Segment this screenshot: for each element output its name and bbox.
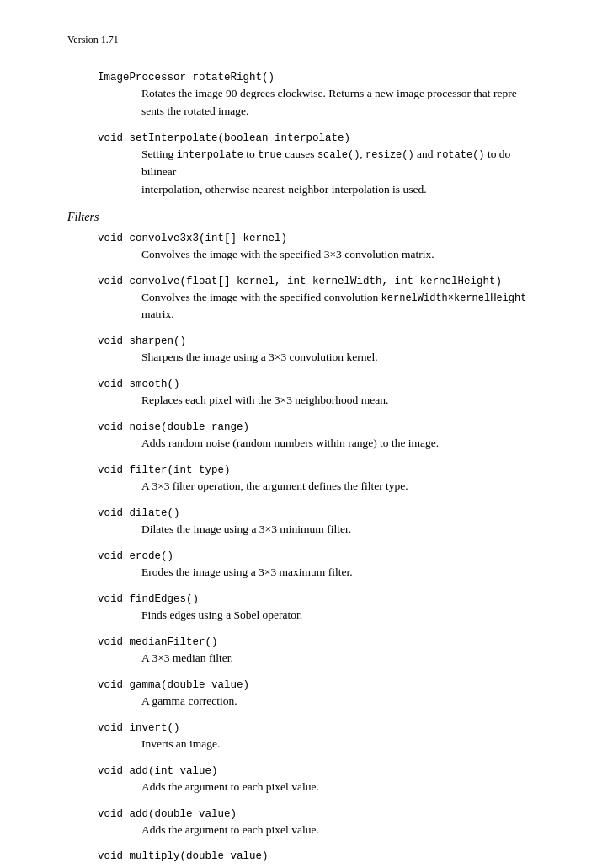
method-sharpen-name: sharpen() [130, 335, 187, 347]
method-multiply-name: multiply(double value) [130, 850, 269, 862]
filters-heading: Filters [67, 211, 546, 224]
method-invert-name: invert() [130, 722, 180, 734]
keyword-void-findEdges: void [98, 593, 123, 605]
method-add-int-name: add(int value) [130, 765, 218, 777]
keyword-void-convolve: void [98, 276, 123, 287]
method-setInterpolate-name: setInterpolate(boolean interpolate) [130, 132, 351, 144]
method-add-double-desc: Adds the argument to each pixel value. [141, 822, 546, 839]
method-add-double-sig: void add(double value) [98, 808, 546, 820]
method-gamma-desc: A gamma correction. [141, 693, 546, 710]
method-erode-desc: Erodes the image using a 3×3 maximum fil… [141, 564, 546, 581]
method-medianFilter-name: medianFilter() [130, 636, 218, 648]
keyword-void-invert: void [98, 722, 123, 734]
method-convolve: void convolve(float[] kernel, int kernel… [67, 276, 546, 324]
keyword-void-dilate: void [98, 507, 123, 519]
method-smooth-sig: void smooth() [98, 378, 546, 390]
method-medianFilter: void medianFilter() A 3×3 median filter. [67, 636, 546, 667]
method-medianFilter-sig: void medianFilter() [98, 636, 546, 648]
method-invert-sig: void invert() [98, 722, 546, 734]
keyword-void-sharpen: void [98, 335, 123, 347]
code-true: true [258, 149, 282, 161]
keyword-void-filter: void [98, 464, 123, 476]
keyword-void-noise: void [98, 421, 123, 433]
method-findEdges-desc: Finds edges using a Sobel operator. [141, 607, 546, 624]
method-add-int-sig: void add(int value) [98, 765, 546, 777]
method-dilate-name: dilate() [130, 507, 180, 519]
method-invert-desc: Inverts an image. [141, 736, 546, 753]
method-dilate-sig: void dilate() [98, 507, 546, 519]
code-resize: resize() [365, 149, 414, 161]
method-dilate-desc: Dilates the image using a 3×3 minimum fi… [141, 521, 546, 538]
method-filter-name: filter(int type) [130, 464, 231, 476]
code-interpolate: interpolate [177, 149, 243, 161]
method-smooth-name: smooth() [130, 378, 180, 390]
method-findEdges: void findEdges() Finds edges using a Sob… [67, 593, 546, 624]
method-smooth: void smooth() Replaces each pixel with t… [67, 378, 546, 410]
method-findEdges-sig: void findEdges() [98, 593, 546, 605]
keyword-void-erode: void [98, 550, 123, 562]
method-convolve-desc: Convolves the image with the specified c… [141, 289, 546, 324]
method-erode-sig: void erode() [98, 550, 546, 562]
method-noise-sig: void noise(double range) [98, 421, 546, 433]
method-add-int: void add(int value) Adds the argument to… [67, 765, 546, 796]
method-filter: void filter(int type) A 3×3 filter opera… [67, 464, 546, 496]
method-sharpen-sig: void sharpen() [98, 335, 546, 347]
method-dilate: void dilate() Dilates the image using a … [67, 507, 546, 538]
version-text: Version 1.71 [67, 34, 546, 46]
method-findEdges-name: findEdges() [130, 593, 200, 605]
method-convolve3x3-sig: void convolve3x3(int[] kernel) [98, 233, 546, 244]
method-invert: void invert() Inverts an image. [67, 722, 546, 753]
keyword-void-add-int: void [98, 765, 123, 777]
method-filter-desc: A 3×3 filter operation, the argument def… [141, 478, 546, 496]
method-noise: void noise(double range) Adds random noi… [67, 421, 546, 453]
keyword-void-add-double: void [98, 808, 123, 820]
method-erode-name: erode() [130, 550, 174, 562]
keyword-void-setInterpolate: void [98, 132, 123, 144]
code-kernelWidthHeight: kernelWidth×kernelHeight [381, 292, 527, 304]
method-noise-name: noise(double range) [130, 421, 250, 433]
method-sharpen: void sharpen() Sharpens the image using … [67, 335, 546, 367]
method-add-double: void add(double value) Adds the argument… [67, 808, 546, 839]
page: Version 1.71 ImageProcessor rotateRight(… [0, 0, 613, 868]
method-gamma-name: gamma(double value) [130, 679, 250, 691]
method-gamma-sig: void gamma(double value) [98, 679, 546, 691]
method-add-int-desc: Adds the argument to each pixel value. [141, 779, 546, 796]
method-convolve3x3-name: convolve3x3(int[] kernel) [130, 233, 288, 244]
method-multiply: void multiply(double value) Multiplies e… [67, 850, 546, 868]
method-setInterpolate-signature: void setInterpolate(boolean interpolate) [98, 132, 546, 144]
method-convolve-name: convolve(float[] kernel, int kernelWidth… [130, 276, 503, 287]
keyword-void-medianFilter: void [98, 636, 123, 648]
method-medianFilter-desc: A 3×3 median filter. [141, 650, 546, 667]
method-multiply-sig: void multiply(double value) [98, 850, 546, 862]
keyword-imageprocessor: ImageProcessor [98, 72, 186, 83]
method-convolve3x3: void convolve3x3(int[] kernel) Convolves… [67, 233, 546, 264]
method-convolve-sig: void convolve(float[] kernel, int kernel… [98, 276, 546, 287]
method-smooth-desc: Replaces each pixel with the 3×3 neighbo… [141, 392, 546, 410]
method-erode: void erode() Erodes the image using a 3×… [67, 550, 546, 581]
keyword-void-multiply: void [98, 850, 123, 862]
keyword-void-gamma: void [98, 679, 123, 691]
method-add-double-name: add(double value) [130, 808, 237, 820]
method-rotateRight-name: rotateRight() [193, 72, 275, 83]
method-convolve3x3-desc: Convolves the image with the specified 3… [141, 246, 546, 264]
keyword-void-smooth: void [98, 378, 123, 390]
code-rotate: rotate() [436, 149, 485, 161]
method-setInterpolate: void setInterpolate(boolean interpolate)… [67, 132, 546, 199]
method-gamma: void gamma(double value) A gamma correct… [67, 679, 546, 710]
method-multiply-desc: Multiplies each pixel value with the arg… [141, 864, 546, 868]
method-rotateRight-signature: ImageProcessor rotateRight() [98, 72, 546, 83]
keyword-void-convolve3x3: void [98, 233, 123, 244]
method-noise-desc: Adds random noise (random numbers within… [141, 435, 546, 453]
method-filter-sig: void filter(int type) [98, 464, 546, 476]
method-sharpen-desc: Sharpens the image using a 3×3 convoluti… [141, 349, 546, 367]
method-setInterpolate-desc: Setting interpolate to true causes scale… [141, 146, 546, 199]
method-rotateRight-desc: Rotates the image 90 degrees clockwise. … [141, 85, 546, 121]
code-scale: scale() [317, 149, 360, 161]
method-rotateRight: ImageProcessor rotateRight() Rotates the… [67, 72, 546, 121]
